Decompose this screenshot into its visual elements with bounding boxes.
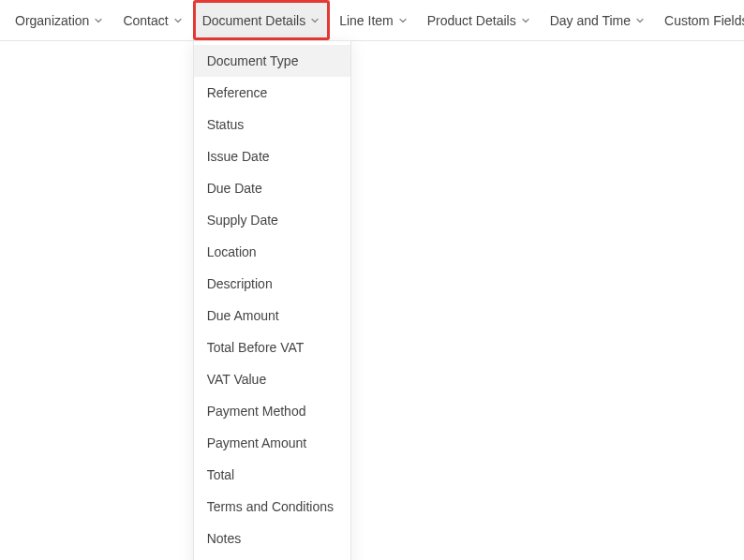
toolbar: OrganizationContactDocument DetailsDocum… bbox=[0, 0, 744, 41]
chevron-down-icon bbox=[309, 15, 320, 26]
dropdown-status[interactable]: Status bbox=[194, 109, 350, 140]
menu-line-item[interactable]: Line Item bbox=[330, 0, 418, 40]
menu-product-details[interactable]: Product Details bbox=[418, 0, 541, 40]
dropdown-issue-date[interactable]: Issue Date bbox=[194, 140, 350, 172]
menu-organization[interactable]: Organization bbox=[6, 0, 113, 40]
dropdown-vat-value[interactable]: VAT Value bbox=[194, 363, 350, 395]
menu-label: Line Item bbox=[339, 13, 394, 28]
chevron-down-icon bbox=[93, 15, 104, 26]
menu-label: Contact bbox=[123, 13, 168, 28]
dropdown-document-type[interactable]: Document Type bbox=[194, 45, 350, 77]
dropdown-terms-and-conditions[interactable]: Terms and Conditions bbox=[194, 491, 350, 523]
dropdown-description[interactable]: Description bbox=[194, 268, 350, 300]
menu-label: Day and Time bbox=[550, 13, 631, 28]
dropdown-supply-date[interactable]: Supply Date bbox=[194, 204, 350, 236]
menu-label: Custom Fields bbox=[664, 13, 744, 28]
dropdown-reference[interactable]: Reference bbox=[194, 77, 350, 109]
menu-label: Organization bbox=[15, 13, 89, 28]
chevron-down-icon bbox=[172, 15, 184, 26]
chevron-down-icon bbox=[397, 15, 409, 26]
menu-day-and-time[interactable]: Day and Time bbox=[541, 0, 655, 40]
chevron-down-icon bbox=[634, 15, 646, 26]
menu-custom-fields[interactable]: Custom Fields bbox=[655, 0, 744, 40]
dropdown-qr-svg[interactable]: QR SVG bbox=[194, 554, 350, 560]
dropdown-payment-amount[interactable]: Payment Amount bbox=[194, 427, 350, 459]
menu-label: Product Details bbox=[427, 13, 516, 28]
menu-document-details[interactable]: Document DetailsDocument TypeReferenceSt… bbox=[193, 0, 331, 40]
menu-contact[interactable]: Contact bbox=[113, 0, 192, 40]
dropdown-total[interactable]: Total bbox=[194, 459, 350, 491]
document-details-dropdown: Document TypeReferenceStatusIssue DateDu… bbox=[193, 40, 351, 560]
menu-label: Document Details bbox=[202, 13, 306, 28]
dropdown-due-amount[interactable]: Due Amount bbox=[194, 300, 350, 332]
dropdown-due-date[interactable]: Due Date bbox=[194, 172, 350, 204]
dropdown-location[interactable]: Location bbox=[194, 236, 350, 268]
dropdown-payment-method[interactable]: Payment Method bbox=[194, 395, 350, 427]
chevron-down-icon bbox=[520, 15, 531, 26]
dropdown-notes[interactable]: Notes bbox=[194, 523, 350, 554]
dropdown-total-before-vat[interactable]: Total Before VAT bbox=[194, 332, 350, 363]
